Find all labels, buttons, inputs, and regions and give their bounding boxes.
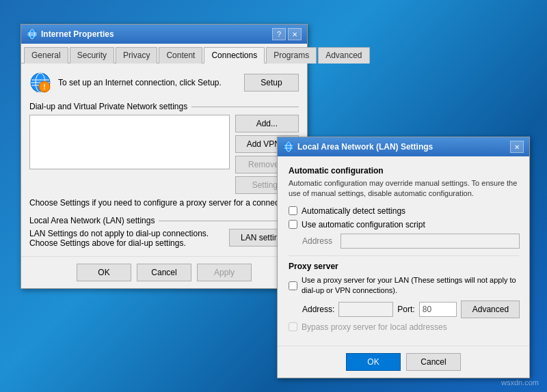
address-row: Address <box>302 234 520 249</box>
title-bar-controls: ? ✕ <box>272 28 302 40</box>
apply-button[interactable]: Apply <box>197 264 252 281</box>
lan-icon <box>283 141 294 152</box>
help-button[interactable]: ? <box>272 28 286 40</box>
tab-advanced[interactable]: Advanced <box>318 47 369 64</box>
internet-props-title-bar: Internet Properties ? ✕ <box>21 25 307 44</box>
auto-script-row: Use automatic configuration script <box>289 220 520 229</box>
advanced-button[interactable]: Advanced <box>461 300 520 318</box>
auto-config-header: Automatic configuration <box>289 166 520 176</box>
auto-detect-row: Automatically detect settings <box>289 206 520 216</box>
bypass-row: Bypass proxy server for local addresses <box>289 322 520 332</box>
svg-text:!: ! <box>43 83 45 91</box>
lan-ok-button[interactable]: OK <box>346 353 401 371</box>
title-bar-left: Internet Properties <box>27 29 114 40</box>
dialup-section-label: Dial-up and Virtual Private Network sett… <box>29 102 299 111</box>
proxy-checkbox-label: Use a proxy server for your LAN (These s… <box>302 275 520 296</box>
proxy-port-label: Port: <box>397 305 414 314</box>
lan-title-left: Local Area Network (LAN) Settings <box>283 141 433 152</box>
proxy-addr-row: Address: Port: Advanced <box>302 300 520 318</box>
internet-properties-dialog: Internet Properties ? ✕ General Security… <box>21 24 308 289</box>
lan-dialog-content: Automatic configuration Automatic config… <box>278 156 531 346</box>
close-button[interactable]: ✕ <box>288 28 302 40</box>
bypass-label: Bypass proxy server for local addresses <box>302 322 447 332</box>
setup-row: ! To set up an Internet connection, clic… <box>29 72 299 94</box>
lan-footer: OK Cancel <box>278 346 529 378</box>
internet-props-footer: OK Cancel Apply <box>21 256 307 288</box>
auto-script-checkbox[interactable] <box>289 220 297 229</box>
setup-button[interactable]: Setup <box>244 74 299 92</box>
divider <box>289 255 520 256</box>
proxy-address-input[interactable] <box>338 302 393 317</box>
ok-button[interactable]: OK <box>77 264 131 281</box>
address-input[interactable] <box>341 234 520 249</box>
tab-general[interactable]: General <box>24 47 68 64</box>
proxy-port-input[interactable] <box>419 302 457 317</box>
watermark: wsxdn.com <box>501 378 539 387</box>
tab-programs[interactable]: Programs <box>266 47 317 64</box>
lan-row: LAN Settings do not apply to dial-up con… <box>29 229 299 248</box>
lan-close-button[interactable]: ✕ <box>510 141 524 153</box>
setup-text: To set up an Internet connection, click … <box>58 78 237 87</box>
proxy-checkbox[interactable] <box>289 281 297 290</box>
lan-title-bar: Local Area Network (LAN) Settings ✕ <box>278 137 529 156</box>
lan-cancel-button[interactable]: Cancel <box>406 353 461 371</box>
proxy-server-header: Proxy server <box>289 262 520 271</box>
internet-props-title: Internet Properties <box>41 29 114 39</box>
proxy-checkbox-row: Use a proxy server for your LAN (These s… <box>289 275 520 296</box>
lan-text: LAN Settings do not apply to dial-up con… <box>29 229 222 248</box>
auto-detect-label: Automatically detect settings <box>302 206 405 216</box>
proxy-desc: Choose Settings if you need to configure… <box>29 198 299 208</box>
tab-connections[interactable]: Connections <box>204 47 265 64</box>
bypass-checkbox[interactable] <box>289 322 297 331</box>
lan-title: Local Area Network (LAN) Settings <box>297 142 433 152</box>
connections-content: ! To set up an Internet connection, clic… <box>21 64 307 256</box>
auto-script-label: Use automatic configuration script <box>302 220 425 229</box>
tab-content[interactable]: Content <box>159 47 202 64</box>
dialup-section: Add... Add VPN... Remove... Settings <box>29 115 299 194</box>
lan-title-controls: ✕ <box>510 141 524 153</box>
tab-privacy[interactable]: Privacy <box>116 47 157 64</box>
tabs-bar: General Security Privacy Content Connect… <box>21 44 307 64</box>
address-label: Address <box>302 236 336 246</box>
internet-props-icon <box>27 29 38 40</box>
lan-section-label: Local Area Network (LAN) settings <box>29 216 299 225</box>
lan-section: Local Area Network (LAN) settings LAN Se… <box>29 216 299 248</box>
auto-detect-checkbox[interactable] <box>289 206 297 215</box>
proxy-address-label: Address: <box>302 305 334 314</box>
lan-settings-dialog: Local Area Network (LAN) Settings ✕ Auto… <box>277 137 530 378</box>
svg-point-12 <box>284 142 293 152</box>
globe-icon: ! <box>29 72 51 94</box>
proxy-section: Proxy server Use a proxy server for your… <box>289 262 520 332</box>
add-button[interactable]: Add... <box>235 115 299 132</box>
tab-security[interactable]: Security <box>70 47 114 64</box>
auto-config-desc: Automatic configuration may override man… <box>289 178 520 199</box>
dialup-listbox[interactable] <box>29 115 230 169</box>
cancel-button[interactable]: Cancel <box>137 264 191 281</box>
